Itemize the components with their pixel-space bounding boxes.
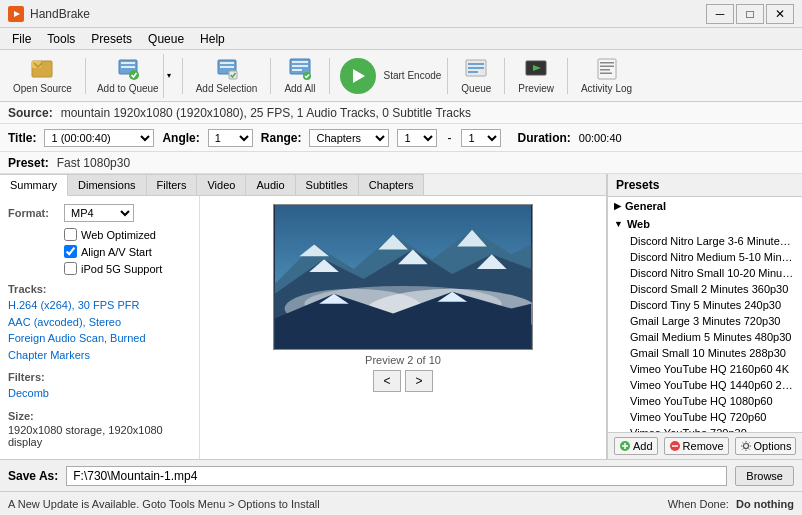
track-2: AAC (avcoded), Stereo xyxy=(8,314,191,331)
main-area: Summary Dimensions Filters Video Audio S… xyxy=(0,174,802,459)
size-label: Size: xyxy=(8,410,191,422)
presets-options-button[interactable]: Options xyxy=(735,437,797,455)
menubar: File Tools Presets Queue Help xyxy=(0,28,802,50)
preset-vimeo-4k[interactable]: Vimeo YouTube HQ 2160p60 4K xyxy=(608,361,802,377)
menu-help[interactable]: Help xyxy=(192,30,233,48)
preset-discord-nitro-small[interactable]: Discord Nitro Small 10-20 Minutes 480p30 xyxy=(608,265,802,281)
web-arrow-icon: ▼ xyxy=(614,219,623,229)
web-optimized-row: Web Optimized xyxy=(64,228,191,241)
save-as-input[interactable] xyxy=(66,466,727,486)
preview-button[interactable]: Preview xyxy=(511,54,561,98)
preset-vimeo-720-30[interactable]: Vimeo YouTube 720p30 xyxy=(608,425,802,432)
svg-rect-10 xyxy=(220,66,234,68)
range-from-select[interactable]: 1 xyxy=(397,129,437,147)
tab-filters[interactable]: Filters xyxy=(147,174,198,195)
preset-discord-small[interactable]: Discord Small 2 Minutes 360p30 xyxy=(608,281,802,297)
align-av-checkbox[interactable] xyxy=(64,245,77,258)
svg-rect-26 xyxy=(600,66,614,68)
preset-group-general-header[interactable]: ▶ General xyxy=(608,197,802,215)
preset-bar: Preset: Fast 1080p30 xyxy=(0,152,802,174)
add-to-queue-arrow[interactable]: ▾ xyxy=(163,54,175,98)
angle-select[interactable]: 1 xyxy=(208,129,253,147)
add-to-queue-button[interactable]: Add to Queue ▾ xyxy=(92,54,176,98)
minimize-button[interactable]: ─ xyxy=(706,4,734,24)
tab-video[interactable]: Video xyxy=(197,174,246,195)
remove-icon xyxy=(669,440,681,452)
menu-tools[interactable]: Tools xyxy=(39,30,83,48)
presets-list: ▶ General ▼ Web Discord Nitro Large 3-6 … xyxy=(608,197,802,432)
size-value: 1920x1080 storage, 1920x1080 display xyxy=(8,424,191,448)
preset-gmail-large[interactable]: Gmail Large 3 Minutes 720p30 xyxy=(608,313,802,329)
preview-image xyxy=(273,204,533,350)
menu-queue[interactable]: Queue xyxy=(140,30,192,48)
preview-label: Preview 2 of 10 xyxy=(365,354,441,366)
range-type-select[interactable]: Chapters xyxy=(309,129,389,147)
preset-vimeo-2-5k[interactable]: Vimeo YouTube HQ 1440p60 2.5K xyxy=(608,377,802,393)
format-row: Format: MP4 xyxy=(8,204,191,222)
presets-title: Presets xyxy=(608,174,802,197)
toolbar: Open Source Add to Queue ▾ Add Selection… xyxy=(0,50,802,102)
status-when-done: When Done: Do nothing xyxy=(668,498,794,510)
preset-gmail-medium[interactable]: Gmail Medium 5 Minutes 480p30 xyxy=(608,329,802,345)
add-to-queue-main[interactable]: Add to Queue xyxy=(93,54,163,97)
preset-vimeo-1080[interactable]: Vimeo YouTube HQ 1080p60 xyxy=(608,393,802,409)
presets-add-button[interactable]: Add xyxy=(614,437,658,455)
duration-value: 00:00:40 xyxy=(579,132,622,144)
ipod-label: iPod 5G Support xyxy=(81,263,162,275)
separator-4 xyxy=(329,58,330,94)
tab-subtitles[interactable]: Subtitles xyxy=(296,174,359,195)
title-select[interactable]: 1 (00:00:40) xyxy=(44,129,154,147)
add-icon xyxy=(619,440,631,452)
svg-rect-21 xyxy=(468,71,478,73)
tab-audio[interactable]: Audio xyxy=(246,174,295,195)
range-to-select[interactable]: 1 xyxy=(461,129,501,147)
preset-discord-nitro-medium[interactable]: Discord Nitro Medium 5-10 Minutes 1080p3… xyxy=(608,249,802,265)
tab-summary[interactable]: Summary xyxy=(0,174,68,196)
separator-5 xyxy=(447,58,448,94)
start-encode-button[interactable] xyxy=(340,58,376,94)
preview-label: Preview xyxy=(518,83,554,94)
activity-log-button[interactable]: Activity Log xyxy=(574,54,639,98)
maximize-button[interactable]: □ xyxy=(736,4,764,24)
web-optimized-checkbox[interactable] xyxy=(64,228,77,241)
presets-remove-button[interactable]: Remove xyxy=(664,437,729,455)
add-all-button[interactable]: Add All xyxy=(277,54,322,98)
add-selection-button[interactable]: Add Selection xyxy=(189,54,265,98)
tab-dimensions[interactable]: Dimensions xyxy=(68,174,146,195)
svg-point-46 xyxy=(743,444,748,449)
preset-group-web: ▼ Web Discord Nitro Large 3-6 Minutes 10… xyxy=(608,215,802,432)
menu-presets[interactable]: Presets xyxy=(83,30,140,48)
presets-panel: Presets ▶ General ▼ Web Discord Nitro La… xyxy=(607,174,802,459)
browse-button[interactable]: Browse xyxy=(735,466,794,486)
tracks-section: Tracks: H.264 (x264), 30 FPS PFR AAC (av… xyxy=(8,283,191,363)
separator-3 xyxy=(270,58,271,94)
filters-value: Decomb xyxy=(8,385,191,402)
svg-rect-13 xyxy=(292,61,308,63)
queue-button[interactable]: Queue xyxy=(454,54,498,98)
preset-vimeo-720-60[interactable]: Vimeo YouTube HQ 720p60 xyxy=(608,409,802,425)
web-group-label: Web xyxy=(627,218,650,230)
preset-gmail-small[interactable]: Gmail Small 10 Minutes 288p30 xyxy=(608,345,802,361)
track-3: Foreign Audio Scan, Burned xyxy=(8,330,191,347)
svg-rect-19 xyxy=(468,63,484,65)
close-button[interactable]: ✕ xyxy=(766,4,794,24)
format-select[interactable]: MP4 xyxy=(64,204,134,222)
preset-label: Preset: xyxy=(8,156,49,170)
tab-chapters[interactable]: Chapters xyxy=(359,174,425,195)
ipod-checkbox[interactable] xyxy=(64,262,77,275)
preset-group-web-header[interactable]: ▼ Web xyxy=(608,215,802,233)
open-source-button[interactable]: Open Source xyxy=(6,54,79,98)
tracks-value: H.264 (x264), 30 FPS PFR AAC (avcoded), … xyxy=(8,297,191,363)
svg-rect-25 xyxy=(600,62,614,64)
summary-right: Preview 2 of 10 < > xyxy=(200,196,606,459)
preview-next-button[interactable]: > xyxy=(405,370,433,392)
title-label: Title: xyxy=(8,131,36,145)
svg-rect-14 xyxy=(292,65,308,67)
preset-discord-nitro-large[interactable]: Discord Nitro Large 3-6 Minutes 1080p30 xyxy=(608,233,802,249)
size-section: Size: 1920x1080 storage, 1920x1080 displ… xyxy=(8,410,191,448)
preview-prev-button[interactable]: < xyxy=(373,370,401,392)
separator-2 xyxy=(182,58,183,94)
menu-file[interactable]: File xyxy=(4,30,39,48)
svg-rect-6 xyxy=(121,66,135,68)
preset-discord-tiny[interactable]: Discord Tiny 5 Minutes 240p30 xyxy=(608,297,802,313)
